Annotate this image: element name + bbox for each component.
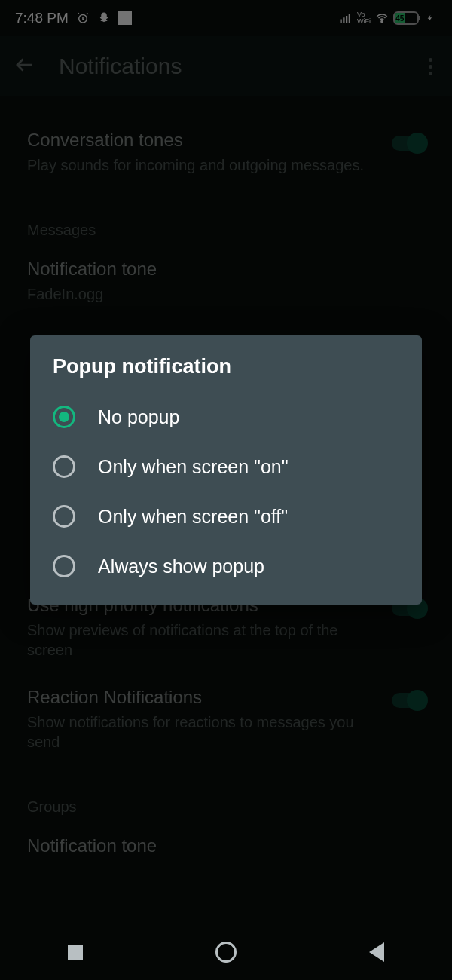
- nav-back-button[interactable]: [365, 941, 388, 963]
- radio-option-screen-on[interactable]: Only when screen "on": [30, 442, 422, 492]
- radio-option-no-popup[interactable]: No popup: [30, 392, 422, 442]
- radio-label: Only when screen "on": [98, 456, 289, 478]
- radio-label: No popup: [98, 406, 179, 428]
- dialog-title: Popup notification: [30, 355, 422, 392]
- radio-label: Always show popup: [98, 556, 264, 577]
- radio-icon: [53, 555, 75, 577]
- radio-label: Only when screen "off": [98, 506, 288, 528]
- radio-option-screen-off[interactable]: Only when screen "off": [30, 492, 422, 541]
- nav-home-button[interactable]: [215, 941, 237, 963]
- system-nav-bar: [0, 924, 452, 980]
- nav-recent-button[interactable]: [64, 941, 87, 963]
- popup-notification-dialog: Popup notification No popup Only when sc…: [30, 335, 422, 605]
- radio-icon: [53, 455, 75, 478]
- radio-icon: [53, 505, 75, 528]
- radio-icon: [53, 406, 75, 428]
- radio-option-always[interactable]: Always show popup: [30, 541, 422, 591]
